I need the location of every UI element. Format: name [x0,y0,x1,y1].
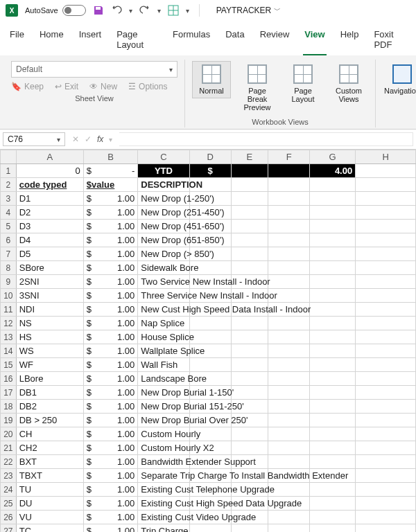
row-head[interactable]: 2 [1,178,17,192]
redo-icon[interactable] [139,5,150,16]
cell[interactable]: Trip Charge [138,524,189,533]
cell[interactable] [231,275,268,289]
cell[interactable] [356,358,416,372]
cell[interactable] [268,247,310,261]
cell[interactable]: DESCRIPTION [138,178,189,192]
navigation-button[interactable]: Navigation [383,61,416,98]
cell[interactable]: CH2 [16,441,83,455]
cell[interactable] [310,372,356,386]
col-head-H[interactable]: H [356,150,416,164]
row-head[interactable]: 15 [1,358,17,372]
cell[interactable] [268,164,310,178]
cell[interactable] [356,372,416,386]
cell[interactable]: $1.00 [83,344,137,358]
cell[interactable]: $- [83,164,137,178]
row-head[interactable]: 12 [1,317,17,330]
cell[interactable] [231,497,268,511]
cell[interactable] [189,192,231,206]
table-row[interactable]: 6D4$1.00New Drop (651-850') [1,233,416,247]
cell[interactable]: $1.00 [83,289,137,303]
cell[interactable] [356,511,416,524]
cell[interactable] [189,483,231,497]
cell[interactable]: $1.00 [83,358,137,372]
cell[interactable] [310,233,356,247]
cell[interactable] [189,330,231,344]
cell[interactable] [268,192,310,206]
cell[interactable] [310,220,356,233]
cell[interactable]: New Drop (1-250') [138,192,189,206]
keep-button[interactable]: 🔖 Keep [11,82,44,91]
autosave-toggle[interactable]: AutoSave [25,5,86,16]
cell[interactable]: $1.00 [83,261,137,275]
cell[interactable] [268,344,310,358]
cell[interactable]: NS [16,317,83,330]
table-row[interactable]: 3D1$1.00New Drop (1-250') [1,192,416,206]
cell[interactable] [310,206,356,220]
cell[interactable] [310,386,356,400]
cell[interactable] [356,497,416,511]
cell[interactable]: Separate Trip Charge To Install Bandwidt… [138,469,189,483]
row-head[interactable]: 4 [1,206,17,220]
cell[interactable]: DB > 250 [16,414,83,427]
cell[interactable] [356,427,416,441]
cell[interactable] [310,303,356,317]
cell[interactable] [356,275,416,289]
cell[interactable] [268,511,310,524]
cell[interactable] [231,303,268,317]
cell[interactable] [310,455,356,469]
cell[interactable]: Custom Hourly X2 [138,441,189,455]
cell[interactable]: $1.00 [83,511,137,524]
cell[interactable]: 3SNI [16,289,83,303]
cell[interactable] [231,455,268,469]
cell[interactable]: HS [16,330,83,344]
cell[interactable] [310,441,356,455]
table-row[interactable]: 26VU$1.00Existing Cust Video Upgrade [1,511,416,524]
cell[interactable]: $ [189,164,231,178]
cell[interactable]: New Drop Burial 151-250' [138,400,189,414]
cell[interactable]: YTD [138,164,189,178]
cell[interactable]: $1.00 [83,372,137,386]
cell[interactable] [268,483,310,497]
row-head[interactable]: 23 [1,469,17,483]
cell[interactable] [268,289,310,303]
table-row[interactable]: 7D5$1.00New Drop (> 850') [1,247,416,261]
row-head[interactable]: 22 [1,455,17,469]
cell[interactable] [310,192,356,206]
row-head[interactable]: 5 [1,220,17,233]
cell[interactable] [189,233,231,247]
cell[interactable] [268,358,310,372]
table-row[interactable]: 16LBore$1.00Landscape Bore [1,372,416,386]
cell[interactable] [356,455,416,469]
cell[interactable]: $1.00 [83,233,137,247]
cell[interactable]: $1.00 [83,469,137,483]
chevron-down-icon[interactable]: ▾ [57,136,60,143]
exit-button[interactable]: ↩ Exit [55,82,78,91]
cell[interactable] [231,178,268,192]
tab-review[interactable]: Review [259,26,291,55]
row-head[interactable]: 1 [1,164,17,178]
cancel-icon[interactable]: ✕ [72,134,79,144]
table-row[interactable]: 92SNI$1.00Two Service New Install - Indo… [1,275,416,289]
undo-icon[interactable] [111,5,122,16]
column-headers[interactable]: A B C D E F G H [1,150,416,164]
row-head[interactable]: 6 [1,233,17,247]
cell[interactable]: Existing Cust Telephone Upgrade [138,483,189,497]
chevron-down-icon[interactable]: ▾ [157,7,161,15]
cell[interactable] [268,233,310,247]
row-head[interactable]: 24 [1,483,17,497]
cell[interactable] [231,511,268,524]
table-row[interactable]: 5D3$1.00New Drop (451-650') [1,220,416,233]
cell[interactable]: 0 [16,164,83,178]
cell[interactable] [231,330,268,344]
table-row[interactable]: 13HS$1.00House Splice [1,330,416,344]
cell[interactable]: LBore [16,372,83,386]
cell[interactable]: New Drop (251-450') [138,206,189,220]
row-head[interactable]: 13 [1,330,17,344]
cell[interactable]: Sidewalk Bore [138,261,189,275]
cell[interactable]: CH [16,427,83,441]
cell[interactable] [231,358,268,372]
cell[interactable] [231,441,268,455]
cell[interactable] [310,524,356,533]
tab-data[interactable]: Data [224,26,245,55]
cell[interactable] [310,330,356,344]
